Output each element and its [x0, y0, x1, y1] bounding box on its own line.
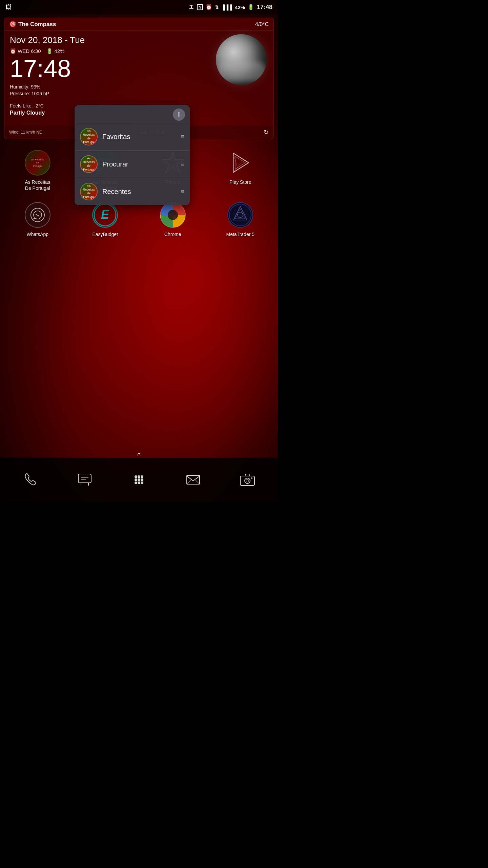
app-playstore[interactable]: Play Store	[208, 149, 273, 191]
svg-point-24	[135, 478, 137, 481]
dock-camera[interactable]	[237, 469, 258, 491]
svg-point-28	[138, 481, 140, 484]
widget-title-text: The Compass	[18, 21, 56, 28]
context-item-procurar[interactable]: As ReceitasdePortugal Procurar ≡	[75, 150, 190, 178]
refresh-button[interactable]: ↻	[264, 129, 269, 136]
app-label-metatrader: MetaTrader 5	[226, 231, 255, 237]
messages-icon	[74, 469, 96, 491]
svg-line-9	[233, 159, 244, 173]
dock-phone[interactable]	[20, 469, 41, 491]
context-menu-header: i	[75, 105, 190, 123]
easybudget-icon: E	[92, 202, 118, 228]
svg-point-29	[141, 481, 143, 484]
svg-rect-18	[78, 474, 91, 483]
svg-point-26	[141, 478, 143, 481]
drag-handle-recentes: ≡	[181, 188, 184, 195]
context-menu[interactable]: i As ReceitasdePortugal Favoritas ≡ As R…	[75, 105, 190, 205]
app-receitas-1[interactable]: As ReceitasdePortugal As ReceitasDe Port…	[5, 149, 70, 191]
dock-apps[interactable]	[128, 469, 150, 491]
app-icon-playstore	[227, 149, 254, 176]
app-icon-easybudget: E	[92, 201, 119, 229]
svg-line-11	[37, 215, 39, 216]
widget-wind: Wind: 11 km/h NE	[9, 130, 42, 135]
svg-point-21	[135, 475, 137, 478]
weather-graphic	[216, 34, 270, 88]
status-bar: 🖼 ⯰ N ⏰ ⇅ ▐▐▐ 42% 🔋 17:48	[0, 0, 278, 14]
widget-temp: 4/0°C	[255, 21, 269, 27]
signal-bars-icon: ▐▐▐	[221, 4, 232, 10]
status-time: 17:48	[257, 4, 272, 11]
svg-point-10	[31, 208, 44, 222]
app-label-easybudget: EasyBudget	[93, 231, 118, 237]
app-drawer-arrow[interactable]: ^	[137, 451, 141, 460]
photo-icon: 🖼	[5, 4, 12, 11]
metatrader-icon	[227, 202, 253, 228]
app-label-chrome: Chrome	[164, 231, 181, 237]
svg-line-31	[187, 480, 191, 484]
receitas-icon-procurar: As ReceitasdePortugal	[80, 155, 98, 173]
svg-point-22	[138, 475, 140, 478]
bluetooth-icon: ⯰	[189, 4, 194, 10]
email-icon	[182, 469, 204, 491]
signal-arrows-icon: ⇅	[215, 5, 219, 10]
favoritas-label: Favoritas	[102, 133, 176, 141]
phone-icon	[20, 469, 41, 491]
nfc-icon: N	[197, 4, 203, 10]
dock-messages[interactable]	[74, 469, 96, 491]
app-icon-receitas-1: As ReceitasdePortugal	[24, 149, 51, 176]
playstore-icon	[228, 151, 252, 175]
alarm-icon: ⏰	[206, 4, 212, 10]
moon-graphic	[216, 34, 267, 85]
context-item-recentes[interactable]: As ReceitasdePortugal Recentes ≡	[75, 178, 190, 205]
app-label-playstore: Play Store	[229, 179, 251, 185]
moon-cloud	[216, 61, 267, 82]
procurar-label: Procurar	[102, 160, 176, 168]
app-whatsapp[interactable]: WhatsApp	[5, 201, 70, 237]
status-right: ⯰ N ⏰ ⇅ ▐▐▐ 42% 🔋 17:48	[189, 4, 272, 11]
svg-line-32	[196, 480, 200, 484]
recentes-label: Recentes	[102, 188, 176, 196]
app-icon-metatrader	[227, 201, 254, 229]
svg-point-14	[229, 204, 251, 226]
bottom-dock: ^	[0, 458, 278, 502]
svg-rect-33	[240, 476, 255, 486]
info-button[interactable]: i	[173, 108, 185, 121]
svg-rect-30	[187, 475, 200, 484]
battery-percent: 42%	[235, 4, 245, 10]
widget-header: 🎯 The Compass 4/0°C	[4, 18, 273, 31]
drag-handle-favoritas: ≡	[181, 133, 184, 140]
camera-icon	[237, 469, 258, 491]
app-label-receitas-1: As ReceitasDe Portugal	[25, 179, 50, 191]
widget-pressure: Pressure: 1006 hP	[10, 91, 268, 96]
chrome-icon	[160, 202, 186, 228]
receitas-icon-favoritas: As ReceitasdePortugal	[80, 128, 98, 145]
app-icon-chrome	[159, 201, 186, 229]
svg-point-35	[246, 479, 249, 482]
svg-point-23	[141, 475, 143, 478]
svg-marker-7	[235, 156, 245, 169]
drag-handle-procurar: ≡	[181, 161, 184, 168]
receitas-icon-recentes: As ReceitasdePortugal	[80, 183, 98, 200]
receitas-1-icon: As ReceitasdePortugal	[25, 150, 50, 176]
app-icon-whatsapp	[24, 201, 51, 229]
svg-point-25	[138, 478, 140, 481]
svg-point-34	[245, 478, 250, 484]
status-left: 🖼	[5, 4, 12, 11]
app-chrome[interactable]: Chrome	[141, 201, 205, 237]
svg-point-36	[251, 477, 252, 479]
apps-grid-icon	[128, 469, 150, 491]
compass-icon: 🎯	[9, 21, 16, 28]
context-item-favoritas[interactable]: As ReceitasdePortugal Favoritas ≡	[75, 123, 190, 150]
svg-text:E: E	[101, 208, 109, 221]
app-metatrader[interactable]: MetaTrader 5	[208, 201, 273, 237]
app-easybudget[interactable]: E EasyBudget	[73, 201, 138, 237]
svg-point-27	[135, 481, 137, 484]
dock-email[interactable]	[182, 469, 204, 491]
widget-title-container: 🎯 The Compass	[9, 21, 56, 28]
whatsapp-icon	[25, 202, 50, 228]
battery-icon: 🔋	[248, 4, 254, 10]
app-label-whatsapp: WhatsApp	[26, 231, 48, 237]
